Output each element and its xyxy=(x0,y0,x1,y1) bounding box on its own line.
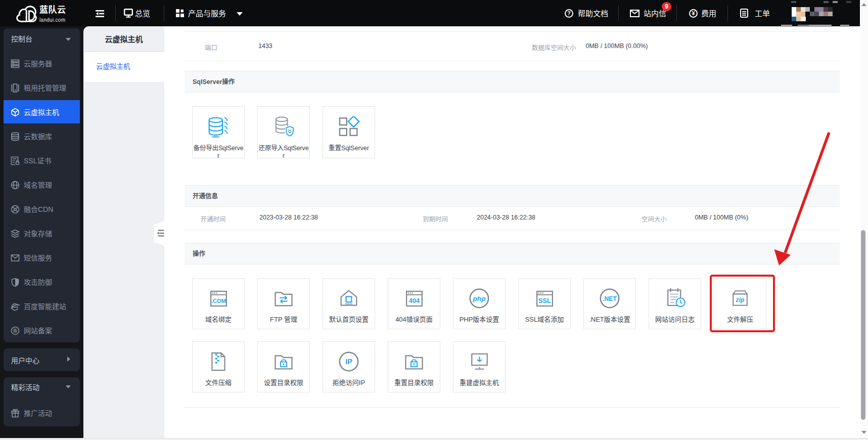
svg-text:404: 404 xyxy=(408,297,420,304)
svg-text:.COM: .COM xyxy=(211,297,226,303)
svg-text:IP: IP xyxy=(345,358,352,366)
svg-text:备: 备 xyxy=(13,327,17,334)
svg-text:SSL: SSL xyxy=(538,297,551,304)
svg-text:?: ? xyxy=(567,10,570,16)
svg-text:php: php xyxy=(473,295,486,302)
svg-text:¥: ¥ xyxy=(692,10,695,16)
svg-text:.NET: .NET xyxy=(603,295,617,302)
